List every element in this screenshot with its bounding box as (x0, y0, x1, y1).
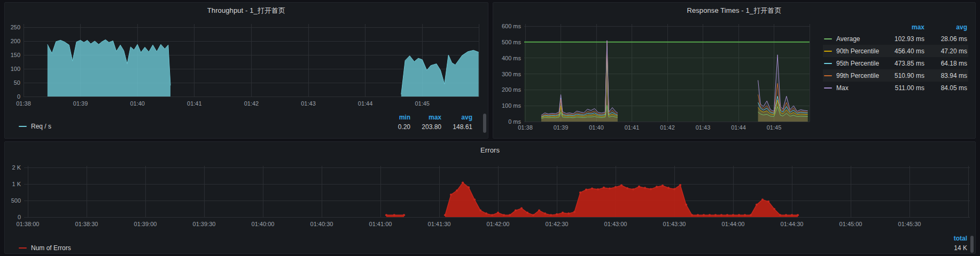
legend-max-value: 102.93 ms (880, 35, 924, 43)
data-point-marker (679, 184, 681, 186)
y-axis-tick-label: 100 (11, 66, 20, 72)
legend-header-max[interactable]: max (880, 23, 924, 31)
legend-avg-value: 84.05 ms (924, 84, 967, 92)
series-label: Req / s (31, 123, 51, 130)
x-axis-tick-label: 01:41 (187, 100, 202, 107)
series-label: Num of Errors (31, 244, 71, 252)
data-point-marker (526, 212, 528, 214)
legend-avg-value: 47.20 ms (924, 47, 967, 55)
x-axis-tick-label: 01:43 (696, 124, 711, 131)
data-point-marker (756, 204, 758, 206)
data-point-marker (626, 187, 628, 189)
series-label[interactable]: 99th Percentile (836, 72, 879, 79)
x-axis-tick-label: 01:45:30 (898, 221, 921, 227)
data-point-marker (497, 212, 499, 214)
legend-avg-value: 83.94 ms (924, 72, 967, 79)
data-point-marker (673, 188, 675, 190)
y-axis-tick-label: 200 ms (502, 86, 522, 93)
data-point-marker (703, 214, 705, 216)
y-axis-tick-label: 500 (11, 197, 21, 204)
x-axis-tick-label: 01:45:00 (839, 221, 862, 227)
x-axis-tick-label: 01:44 (731, 124, 746, 131)
series-color-marker (824, 63, 832, 64)
data-point-marker (479, 210, 481, 212)
x-axis-tick-label: 01:43:30 (663, 221, 686, 227)
x-axis-tick-label: 01:40:00 (252, 221, 275, 227)
y-axis-tick-label: 500 ms (502, 39, 522, 45)
data-point-marker (562, 212, 564, 214)
legend-row[interactable]: 95th Percentile473.85 ms64.18 ms (823, 57, 968, 69)
series-label[interactable]: 95th Percentile (836, 60, 879, 67)
data-point-marker (650, 188, 652, 190)
series-label[interactable]: 90th Percentile (836, 47, 879, 55)
series-color-marker (824, 51, 832, 52)
data-point-marker (714, 214, 717, 216)
data-point-marker (485, 212, 487, 214)
data-point-marker (573, 211, 575, 213)
data-point-marker (385, 214, 387, 216)
legend-avg-value: 28.06 ms (924, 35, 967, 43)
data-point-marker (556, 213, 558, 215)
data-point-marker (785, 214, 787, 216)
legend-max-value: 510.90 ms (880, 72, 924, 79)
y-axis-tick-label: 0 (18, 214, 21, 220)
data-point-marker (444, 214, 446, 216)
legend-item-num-of-errors[interactable]: Num of Errors (19, 244, 71, 252)
data-point-marker (538, 210, 540, 212)
legend-avg-value: 64.18 ms (924, 60, 967, 67)
data-point-marker (797, 214, 799, 216)
x-axis-tick-label: 01:41 (625, 124, 640, 131)
x-axis-tick-label: 01:39:30 (193, 221, 216, 227)
series-label[interactable]: Max (836, 84, 849, 92)
stat-header-min[interactable]: min (379, 113, 410, 122)
x-axis-tick-label: 01:38:00 (17, 221, 40, 227)
data-point-marker (544, 212, 546, 214)
y-axis-tick-label: 600 ms (502, 23, 522, 29)
legend-max-value: 511.00 ms (880, 84, 924, 92)
x-axis-tick-label: 01:42 (244, 100, 259, 107)
data-point-marker (550, 214, 552, 216)
legend-row[interactable]: Average102.93 ms28.06 ms (823, 33, 968, 45)
data-point-marker (585, 189, 587, 191)
legend-row[interactable]: 90th Percentile456.40 ms47.20 ms (823, 45, 968, 57)
x-axis-tick-label: 01:41:30 (428, 221, 451, 227)
legend-row[interactable]: Max511.00 ms84.05 ms (823, 82, 968, 94)
stat-col-min: min 0.20 (379, 113, 410, 132)
x-axis-tick-label: 01:42:30 (546, 221, 569, 227)
data-point-marker (761, 198, 764, 201)
data-point-marker (720, 214, 722, 216)
stat-header-max[interactable]: max (410, 113, 441, 122)
errors-chart[interactable]: 05001 K2 K01:38:0001:38:3001:39:0001:39:… (5, 142, 976, 254)
data-point-marker (615, 186, 617, 188)
series-label[interactable]: Average (836, 35, 860, 43)
data-point-marker (491, 214, 493, 216)
x-axis-tick-label: 01:43:00 (604, 221, 627, 227)
y-axis-tick-label: 0 (17, 93, 20, 100)
y-axis-tick-label: 50 (14, 79, 20, 86)
legend-row[interactable]: 99th Percentile510.90 ms83.94 ms (823, 69, 968, 82)
legend-item-reqs[interactable]: Req / s (19, 123, 51, 130)
data-point-marker (750, 214, 752, 216)
stat-header-total[interactable]: total (936, 234, 967, 243)
x-axis-tick-label: 01:39:00 (134, 221, 157, 227)
data-point-marker (403, 214, 405, 216)
stat-col-avg: avg 148.61 (441, 113, 472, 132)
data-point-marker (603, 187, 605, 189)
grafana-dashboard: Throughput - 1_打开首页 05010015020025001:38… (0, 0, 980, 256)
legend-header-avg[interactable]: avg (924, 23, 967, 31)
legend-scrollbar[interactable] (483, 114, 486, 133)
stat-col-total: total 14 K (936, 234, 967, 253)
data-point-marker (779, 214, 781, 216)
series-color-marker (824, 75, 832, 76)
y-axis-tick-label: 200 (11, 38, 20, 44)
response-legend-table: max avg Average102.93 ms28.06 ms90th Per… (823, 22, 968, 94)
legend-scrollbar[interactable] (970, 236, 974, 253)
data-point-marker (567, 212, 570, 214)
y-axis-tick-label: 1 K (12, 181, 21, 187)
series-area (401, 50, 479, 97)
data-point-marker (773, 208, 775, 210)
data-point-marker (685, 204, 687, 206)
series-color-marker (824, 87, 832, 89)
x-axis-tick-label: 01:43 (301, 100, 316, 107)
stat-header-avg[interactable]: avg (441, 113, 472, 122)
